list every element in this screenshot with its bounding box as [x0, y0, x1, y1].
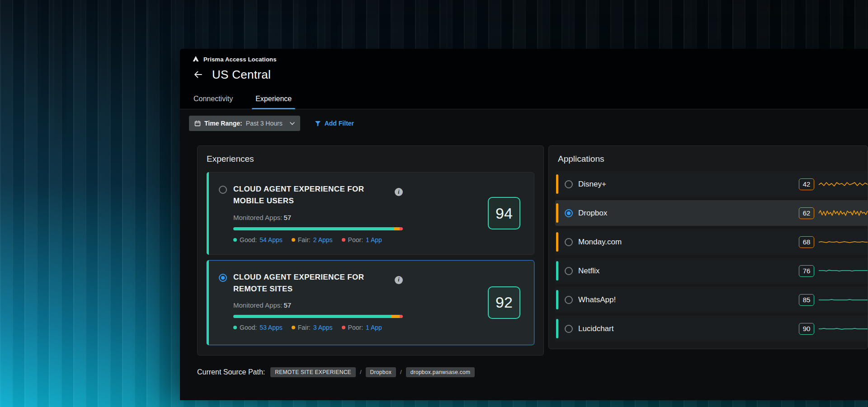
experience-card-list: CLOUD AGENT EXPERIENCE FOR MOBILE USERS …	[198, 171, 543, 355]
legend-label: Good:	[240, 236, 257, 243]
app-health-bar	[233, 227, 403, 230]
experience-radio-button[interactable]	[219, 274, 227, 282]
path-separator: /	[360, 369, 362, 375]
application-radio-button[interactable]	[565, 180, 573, 188]
legend-label: Fair:	[298, 236, 311, 243]
bg-bar	[583, 0, 595, 41]
bg-bar	[54, 0, 66, 152]
application-radio-button[interactable]	[565, 296, 573, 304]
source-path-segments: REMOTE SITE EXPERIENCE/Dropbox/dropbox.p…	[270, 367, 475, 377]
bg-bar	[271, 0, 283, 50]
legend-value-link[interactable]: 53 Apps	[259, 324, 283, 331]
bar-poor-segment	[400, 315, 403, 318]
application-row[interactable]: Monday.com 68	[555, 229, 868, 255]
window-header: Prisma Access Locations US Central Conne…	[180, 49, 868, 109]
sparkline-chart	[819, 265, 868, 277]
app-score-badge: 62	[799, 207, 814, 219]
bg-bar	[149, 0, 161, 129]
legend-value-link[interactable]: 1 App	[366, 236, 382, 243]
application-row[interactable]: Netflix 76	[555, 258, 868, 284]
time-range-dropdown[interactable]: Time Range: Past 3 Hours	[189, 116, 300, 131]
tab-bar: Connectivity Experience	[180, 90, 868, 109]
experience-score: 94	[488, 197, 520, 229]
status-accent-bar	[556, 290, 558, 309]
time-range-label: Time Range:	[204, 120, 242, 127]
application-radio-button[interactable]	[565, 325, 573, 333]
bg-bar	[502, 0, 514, 34]
legend-label: Poor:	[348, 236, 363, 243]
sparkline-chart	[819, 236, 868, 248]
status-accent-bar	[207, 172, 209, 255]
path-segment[interactable]: REMOTE SITE EXPERIENCE	[270, 367, 356, 377]
application-list: Disney+ 42 Dropbox 62 Monday.com 68 Netf…	[549, 171, 868, 342]
title-row: US Central	[191, 67, 868, 82]
experience-radio-button[interactable]	[219, 186, 227, 194]
application-row[interactable]: Dropbox 62	[555, 200, 868, 226]
application-radio-button[interactable]	[565, 209, 573, 217]
bar-fair-segment	[391, 315, 400, 318]
app-score-badge: 42	[799, 178, 814, 190]
legend-item: Good: 53 Apps	[233, 324, 283, 331]
status-accent-bar	[556, 203, 558, 223]
bg-bar	[108, 0, 121, 109]
tab-connectivity[interactable]: Connectivity	[190, 90, 236, 109]
application-radio-button[interactable]	[565, 238, 573, 246]
time-range-value: Past 3 Hours	[246, 120, 283, 127]
application-radio-button[interactable]	[565, 267, 573, 275]
add-filter-button[interactable]: Add Filter	[312, 119, 357, 127]
legend-item: Fair: 3 Apps	[292, 324, 333, 331]
legend-value-link[interactable]: 2 Apps	[313, 236, 333, 243]
calendar-icon	[194, 120, 201, 126]
page-title: US Central	[212, 68, 271, 82]
experiences-title: Experiences	[198, 146, 543, 171]
app-score-badge: 85	[799, 294, 814, 306]
path-segment[interactable]: dropbox.panwsase.com	[406, 367, 475, 377]
app-window: Prisma Access Locations US Central Conne…	[180, 49, 868, 400]
filter-funnel-icon	[315, 121, 321, 126]
bg-bar	[163, 0, 175, 132]
application-name: Dropbox	[578, 209, 607, 218]
status-accent-bar	[556, 174, 558, 194]
health-legend: Good: 54 Apps Fair: 2 Apps Poor: 1 App	[233, 236, 403, 243]
legend-label: Fair:	[298, 324, 311, 331]
legend-dot-icon	[233, 326, 237, 329]
bg-bar	[81, 0, 94, 70]
tab-experience[interactable]: Experience	[252, 90, 295, 109]
bar-poor-segment	[400, 227, 403, 230]
chevron-down-icon	[290, 122, 295, 125]
legend-item: Good: 54 Apps	[233, 236, 283, 243]
legend-value-link[interactable]: 3 Apps	[313, 324, 333, 331]
prisma-logo-icon	[192, 56, 199, 63]
add-filter-label: Add Filter	[325, 120, 354, 127]
experience-score: 92	[488, 286, 520, 319]
status-accent-bar	[556, 261, 558, 281]
legend-dot-icon	[342, 238, 345, 242]
bg-bar	[41, 0, 53, 121]
legend-value-link[interactable]: 1 App	[366, 324, 382, 331]
experience-card[interactable]: CLOUD AGENT EXPERIENCE FOR MOBILE USERS …	[207, 172, 534, 255]
path-segment[interactable]: Dropbox	[366, 367, 396, 377]
legend-item: Poor: 1 App	[342, 236, 382, 243]
bg-bar	[841, 0, 853, 37]
info-icon[interactable]: i	[395, 188, 403, 196]
legend-dot-icon	[292, 238, 295, 242]
experiences-panel: Experiences CLOUD AGENT EXPERIENCE FOR M…	[197, 145, 544, 356]
application-row[interactable]: Disney+ 42	[555, 171, 868, 197]
bg-bar	[14, 0, 26, 72]
experience-card[interactable]: CLOUD AGENT EXPERIENCE FOR REMOTE SITES …	[207, 260, 534, 345]
back-button[interactable]	[191, 68, 205, 81]
info-icon[interactable]: i	[395, 276, 403, 284]
legend-dot-icon	[233, 238, 237, 242]
bg-bar	[122, 0, 134, 117]
experience-card-body: CLOUD AGENT EXPERIENCE FOR REMOTE SITES …	[233, 271, 403, 334]
legend-value-link[interactable]: 54 Apps	[259, 236, 283, 243]
bar-good-segment	[233, 315, 391, 318]
status-accent-bar	[556, 319, 558, 338]
application-row[interactable]: WhatsApp! 85	[555, 287, 868, 313]
main-content: Experiences CLOUD AGENT EXPERIENCE FOR M…	[197, 145, 868, 356]
application-row[interactable]: Lucidchart 90	[555, 316, 868, 342]
application-name: Monday.com	[578, 238, 622, 247]
bg-bar	[285, 0, 297, 52]
app-score-badge: 90	[799, 323, 814, 335]
bg-bar	[244, 0, 256, 29]
